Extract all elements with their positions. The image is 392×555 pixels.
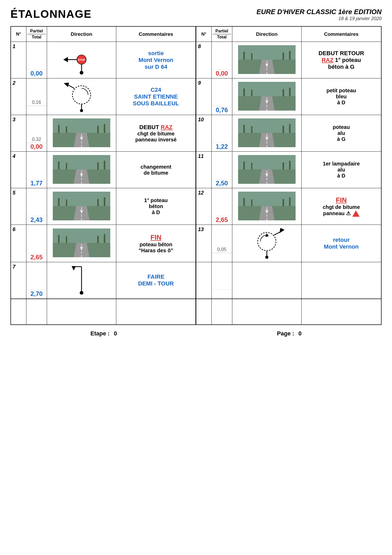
- svg-point-1: [80, 71, 83, 75]
- footer-etape: Etape : 0: [90, 330, 117, 337]
- svg-rect-60: [243, 162, 245, 169]
- svg-rect-45: [289, 124, 291, 133]
- row-num-right: [196, 262, 211, 299]
- main-table: N° Partiel Total Direction Commentaires …: [10, 26, 382, 299]
- row-num-right: 11: [196, 152, 211, 188]
- blank-cell: [26, 299, 47, 325]
- col-header-commentaires-right: Commentaires: [301, 26, 381, 42]
- svg-rect-70: [66, 199, 67, 206]
- svg-rect-87: [58, 235, 60, 243]
- svg-rect-74: [238, 192, 296, 206]
- svg-rect-27: [289, 88, 291, 96]
- row-commentaires-left: DEBUT RAZchgt de bitumepanneau inversé: [116, 115, 196, 152]
- row-partiel-left: 0,00: [26, 42, 47, 78]
- svg-rect-43: [251, 126, 252, 133]
- col-header-commentaires-left: Commentaires: [116, 26, 196, 42]
- row-direction-left: [47, 115, 116, 152]
- row-num-right: 13: [196, 225, 211, 262]
- svg-rect-20: [238, 82, 296, 96]
- svg-rect-12: [283, 53, 284, 60]
- row-commentaires-left: FAIREDEMI - TOUR: [116, 262, 196, 299]
- row-partiel-right: 2,65: [211, 188, 232, 225]
- svg-rect-54: [104, 161, 105, 169]
- svg-rect-35: [97, 126, 99, 133]
- svg-rect-51: [58, 162, 60, 169]
- row-num-right: 12: [196, 188, 211, 225]
- svg-rect-83: [53, 228, 110, 243]
- etape-val: 0: [114, 330, 117, 337]
- svg-rect-24: [243, 88, 245, 96]
- col-header-partiel-left: Partiel Total: [26, 26, 47, 42]
- blank-table: [10, 299, 382, 325]
- svg-rect-80: [283, 199, 284, 206]
- svg-rect-29: [53, 118, 110, 133]
- svg-rect-26: [283, 89, 284, 96]
- row-partiel-left: 1,77: [26, 152, 47, 188]
- blank-cell: [196, 299, 211, 325]
- footer: Etape : 0 Page : 0: [10, 330, 382, 337]
- svg-rect-90: [104, 234, 105, 243]
- row-commentaires-left: 1° poteaubétonà D: [116, 188, 196, 225]
- svg-rect-89: [97, 236, 99, 243]
- table-header-row: N° Partiel Total Direction Commentaires …: [11, 26, 381, 42]
- blank-row: [11, 299, 381, 325]
- col-header-partiel-right: Partiel Total: [211, 26, 232, 42]
- page-label: Page :: [277, 330, 294, 337]
- svg-rect-71: [97, 199, 99, 206]
- footer-page: Page : 0: [277, 330, 302, 337]
- svg-rect-69: [58, 198, 60, 206]
- blank-cell: [11, 299, 26, 325]
- row-direction-left: [47, 78, 116, 115]
- blank-cell: [47, 299, 116, 325]
- table-row: 52,43 1° poteaubétonà D122,65: [11, 188, 381, 225]
- svg-rect-36: [104, 124, 105, 133]
- svg-rect-56: [238, 155, 296, 169]
- row-num-left: 3: [11, 115, 26, 152]
- row-direction-right: [232, 188, 302, 225]
- row-direction-left: [47, 152, 116, 188]
- table-row: 41,77 changementde bitume112,50: [11, 152, 381, 188]
- row-partiel-right: 0,76: [211, 78, 232, 115]
- row-commentaires-right: FINchgt de bitumepanneau ⚠ ↺: [301, 188, 381, 225]
- row-direction-right: [232, 225, 302, 262]
- event-title: EURE D'HIVER CLASSIC 1ère EDITION: [256, 8, 382, 16]
- svg-rect-44: [283, 126, 284, 133]
- row-num-right: 9: [196, 78, 211, 115]
- row-direction-left: [47, 188, 116, 225]
- row-num-left: 6: [11, 225, 26, 262]
- svg-rect-13: [289, 51, 291, 60]
- row-commentaires-right: poteaualuà G: [301, 115, 381, 152]
- svg-rect-10: [243, 52, 245, 60]
- svg-rect-52: [66, 163, 67, 169]
- row-num-left: 7: [11, 262, 26, 299]
- row-commentaires-left: C24SAINT ETIENNESOUS BAILLEUL: [116, 78, 196, 115]
- row-commentaires-right: petit poteaubleuà D: [301, 78, 381, 115]
- svg-rect-34: [66, 126, 67, 133]
- blank-cell: [211, 299, 232, 325]
- svg-marker-96: [279, 228, 285, 233]
- row-direction-right: [232, 78, 302, 115]
- event-date: 18 & 19 janvier 2020: [256, 16, 382, 21]
- row-direction-right: [232, 42, 302, 78]
- svg-rect-79: [251, 199, 252, 206]
- row-direction-left: STOP: [47, 42, 116, 78]
- svg-rect-72: [104, 197, 105, 206]
- etape-label: Etape :: [90, 330, 109, 337]
- row-direction-left: [47, 225, 116, 262]
- svg-marker-3: [63, 57, 68, 62]
- svg-rect-38: [238, 118, 296, 133]
- row-partiel-left: 0,16: [26, 78, 47, 115]
- table-row: 62,65 FINpoteau béton"Haras des ô"130,05: [11, 225, 381, 262]
- col-header-direction-left: Direction: [47, 26, 116, 42]
- row-commentaires-left: sortieMont Vernonsur D 64: [116, 42, 196, 78]
- row-partiel-left: 0,320,00: [26, 115, 47, 152]
- svg-point-17: [80, 109, 83, 112]
- row-commentaires-left: changementde bitume: [116, 152, 196, 188]
- svg-rect-53: [97, 162, 99, 170]
- page-val: 0: [298, 330, 302, 337]
- row-commentaires-right: 1er lampadairealuà D: [301, 152, 381, 188]
- svg-rect-81: [289, 197, 291, 206]
- row-direction-left: [47, 262, 116, 299]
- row-commentaires-right: DEBUT RETOURRAZ 1° poteaubéton à G: [301, 42, 381, 78]
- svg-rect-42: [243, 125, 245, 133]
